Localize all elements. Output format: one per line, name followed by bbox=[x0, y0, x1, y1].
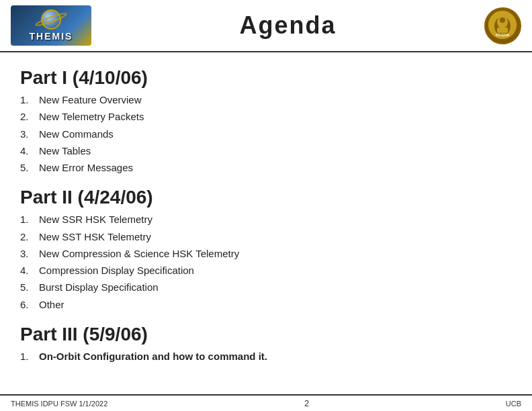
list-item: 1. New Feature Overview bbox=[20, 91, 512, 108]
header-logo: THEMIS bbox=[11, 5, 91, 46]
footer: THEMIS IDPU FSW 1/1/2022 2 UCB bbox=[0, 394, 532, 411]
part1-list: 1. New Feature Overview 2. New Telemetry… bbox=[20, 91, 512, 176]
list-text: On-Orbit Configuration and how to comman… bbox=[39, 349, 267, 364]
list-item: 2. New SST HSK Telemetry bbox=[20, 228, 512, 245]
themis-logo: THEMIS bbox=[11, 5, 91, 46]
svg-point-3 bbox=[500, 17, 505, 23]
list-num: 1. bbox=[20, 92, 39, 107]
footer-right: UCB bbox=[506, 400, 521, 408]
list-text: Burst Display Specification bbox=[39, 279, 159, 295]
part2-list: 1. New SSR HSK Telemetry 2. New SST HSK … bbox=[20, 211, 512, 313]
list-text: New Tables bbox=[39, 143, 91, 158]
list-num: 4. bbox=[20, 263, 39, 278]
list-text: New Feature Overview bbox=[39, 92, 142, 107]
list-item: 6. Other bbox=[20, 296, 512, 313]
list-text: New SSR HSK Telemetry bbox=[39, 212, 152, 227]
list-item: 4. Compression Display Specification bbox=[20, 262, 512, 279]
list-text: New Compression & Science HSK Telemetry bbox=[39, 246, 239, 261]
list-item: 1. On-Orbit Configuration and how to com… bbox=[20, 348, 512, 365]
footer-left: THEMIS IDPU FSW 1/1/2022 bbox=[11, 400, 107, 408]
list-item: 3. New Compression & Science HSK Telemet… bbox=[20, 245, 512, 262]
list-num: 1. bbox=[20, 212, 39, 227]
list-num: 3. bbox=[20, 246, 39, 261]
list-num: 5. bbox=[20, 279, 39, 295]
header-title: Agenda bbox=[239, 11, 336, 40]
list-item: 5. New Error Messages bbox=[20, 159, 512, 176]
list-text: New Commands bbox=[39, 126, 114, 142]
themis-planet bbox=[41, 9, 61, 30]
list-num: 5. bbox=[20, 160, 39, 175]
list-text: New Telemetry Packets bbox=[39, 109, 144, 124]
list-num: 2. bbox=[20, 109, 39, 124]
athena-logo: ATHENA bbox=[484, 7, 521, 44]
svg-rect-4 bbox=[497, 28, 508, 33]
themis-logo-text: THEMIS bbox=[30, 31, 73, 42]
part3-list: 1. On-Orbit Configuration and how to com… bbox=[20, 348, 512, 365]
footer-center: 2 bbox=[304, 398, 309, 408]
list-num: 3. bbox=[20, 126, 39, 142]
list-text: New Error Messages bbox=[39, 160, 133, 175]
list-item: 3. New Commands bbox=[20, 126, 512, 142]
list-num: 4. bbox=[20, 143, 39, 158]
list-num: 6. bbox=[20, 297, 39, 312]
themis-ring bbox=[34, 11, 68, 28]
list-text: Other bbox=[39, 297, 64, 312]
list-item: 4. New Tables bbox=[20, 142, 512, 159]
athena-logo-inner: ATHENA bbox=[486, 9, 519, 42]
main-content: Part I (4/10/06) 1. New Feature Overview… bbox=[0, 52, 532, 394]
part2-title: Part II (4/24/06) bbox=[20, 187, 512, 208]
list-item: 5. Burst Display Specification bbox=[20, 279, 512, 295]
list-text: Compression Display Specification bbox=[39, 263, 194, 278]
list-num: 2. bbox=[20, 229, 39, 244]
header: THEMIS Agenda ATHENA bbox=[0, 0, 532, 52]
part1-title: Part I (4/10/06) bbox=[20, 67, 512, 89]
svg-text:ATHENA: ATHENA bbox=[496, 33, 510, 37]
list-num: 1. bbox=[20, 349, 39, 364]
athena-icon: ATHENA bbox=[486, 9, 519, 41]
list-item: 2. New Telemetry Packets bbox=[20, 108, 512, 125]
slide: THEMIS Agenda ATHENA Part I (4/1 bbox=[0, 0, 532, 411]
part3-title: Part III (5/9/06) bbox=[20, 324, 512, 345]
list-item: 1. New SSR HSK Telemetry bbox=[20, 211, 512, 228]
list-text: New SST HSK Telemetry bbox=[39, 229, 151, 244]
